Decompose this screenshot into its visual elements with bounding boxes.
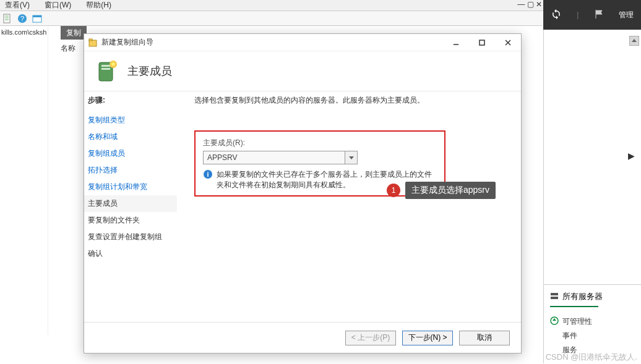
menu-help[interactable]: 帮助(H) <box>86 0 111 11</box>
step-confirmation: 确认 <box>88 245 177 262</box>
copy-tab[interactable]: 复制 <box>61 26 87 40</box>
manageability-row[interactable]: 可管理性 <box>550 315 635 329</box>
step-replication-group-type[interactable]: 复制组类型 <box>88 112 177 129</box>
events-row[interactable]: 事件 <box>550 329 635 343</box>
callout-text: 主要成员选择appsrv <box>405 182 496 199</box>
svg-rect-6 <box>89 39 92 41</box>
left-tree: kills.com\csksh <box>0 26 48 335</box>
server-icon <box>550 292 559 302</box>
wizard-title: 新建复制组向导 <box>101 37 443 48</box>
calendar-icon[interactable] <box>32 14 42 23</box>
cancel-button[interactable]: 取消 <box>459 331 510 345</box>
expand-right-icon[interactable]: ▶ <box>628 151 635 161</box>
wizard-instruction: 选择包含要复制到其他成员的内容的服务器。此服务器称为主要成员。 <box>194 95 510 106</box>
svg-rect-15 <box>551 293 558 295</box>
scroll-up-button[interactable] <box>629 36 639 46</box>
events-label: 事件 <box>562 331 577 341</box>
tree-domain-node[interactable]: kills.com\csksh <box>1 28 46 36</box>
step-name-and-domain[interactable]: 名称和域 <box>88 129 177 145</box>
maximize-button[interactable] <box>469 35 495 51</box>
wizard-footer: < 上一步(P) 下一步(N) > 取消 <box>84 322 521 353</box>
wizard-header-icon <box>93 57 120 85</box>
next-button[interactable]: 下一步(N) > <box>402 331 453 345</box>
all-servers-label: 所有服务器 <box>562 291 603 302</box>
menu-window[interactable]: 窗口(W) <box>45 0 71 11</box>
step-schedule-bandwidth[interactable]: 复制组计划和带宽 <box>88 179 177 195</box>
svg-text:i: i <box>207 171 209 178</box>
arrow-up-icon <box>550 316 559 327</box>
svg-rect-8 <box>480 40 484 45</box>
step-topology-selection[interactable]: 拓扑选择 <box>88 162 177 179</box>
step-folders-to-replicate: 要复制的文件夹 <box>88 212 177 229</box>
primary-member-input[interactable] <box>203 151 345 164</box>
refresh-icon[interactable] <box>551 9 562 22</box>
minimize-button[interactable] <box>443 35 469 51</box>
step-review-create: 复查设置并创建复制组 <box>88 229 177 245</box>
dark-header-panel: | 管理 <box>543 0 641 30</box>
wizard-header: 主要成员 <box>84 51 521 91</box>
callout-number: 1 <box>387 184 400 197</box>
info-icon: i <box>203 169 213 179</box>
wizard-heading: 主要成员 <box>127 64 172 78</box>
wizard-steps-nav: 步骤: 复制组类型 名称和域 复制组成员 拓扑选择 复制组计划和带宽 主要成员 … <box>84 91 177 332</box>
svg-rect-4 <box>33 15 41 17</box>
section-underline <box>550 306 598 307</box>
wizard-title-icon <box>88 38 98 48</box>
flag-icon[interactable] <box>594 9 604 21</box>
new-doc-icon[interactable] <box>2 14 12 23</box>
svg-rect-0 <box>4 14 10 23</box>
annotation-callout: 1 主要成员选择appsrv <box>387 182 496 199</box>
svg-rect-10 <box>101 65 110 67</box>
svg-rect-16 <box>551 297 558 299</box>
svg-rect-11 <box>101 68 110 70</box>
right-panel: ▶ 所有服务器 可管理性 事件 服务 <box>543 30 641 363</box>
all-servers-title: 所有服务器 <box>550 291 635 306</box>
column-header-name: 名称 <box>61 43 75 54</box>
primary-member-label: 主要成员(R): <box>203 138 437 148</box>
window-btn-set[interactable]: — ▢ ✕ <box>517 0 542 9</box>
chevron-down-icon <box>349 153 354 162</box>
toolbar: ? <box>0 11 542 26</box>
watermark: CSDN @旧港纸伞无故人. <box>546 352 637 363</box>
step-primary-member[interactable]: 主要成员 <box>84 195 177 212</box>
combo-dropdown-button[interactable] <box>345 151 358 164</box>
wizard-titlebar: 新建复制组向导 <box>84 34 521 51</box>
close-button[interactable] <box>495 35 521 51</box>
primary-member-combo[interactable] <box>203 151 358 164</box>
step-replication-members[interactable]: 复制组成员 <box>88 145 177 162</box>
menu-view[interactable]: 查看(V) <box>5 0 30 11</box>
wizard-content: 选择包含要复制到其他成员的内容的服务器。此服务器称为主要成员。 主要成员(R):… <box>177 91 521 332</box>
previous-button[interactable]: < 上一步(P) <box>345 331 396 345</box>
steps-label: 步骤: <box>88 95 177 106</box>
manageability-label: 可管理性 <box>562 316 592 327</box>
manage-label[interactable]: 管理 <box>619 10 634 20</box>
help-icon[interactable]: ? <box>17 14 27 23</box>
svg-text:?: ? <box>20 15 24 22</box>
